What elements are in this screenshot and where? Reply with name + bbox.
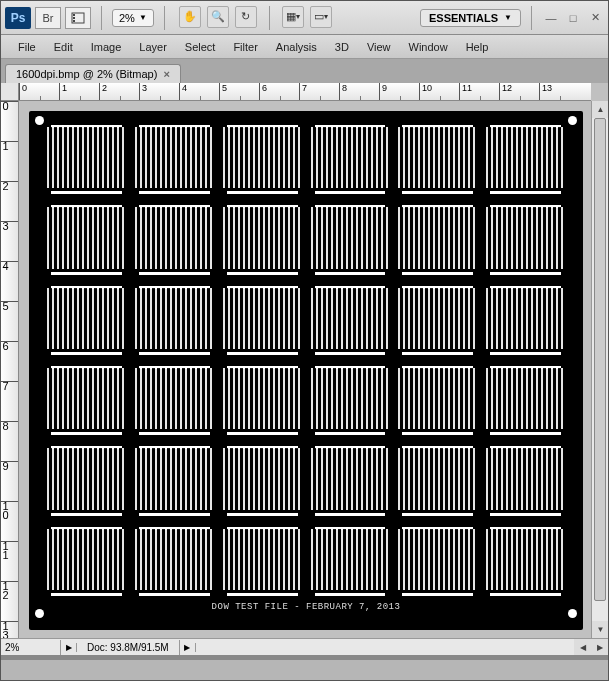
pcb-cell (133, 525, 216, 600)
ruler-tick: 9 (379, 83, 419, 101)
ruler-tick: 12 (1, 581, 19, 621)
ruler-origin[interactable] (1, 83, 19, 101)
fiducial-dot (568, 609, 577, 618)
pcb-cell (221, 525, 304, 600)
scroll-left-icon[interactable]: ◀ (574, 639, 591, 656)
ruler-tick: 10 (419, 83, 459, 101)
menu-3d[interactable]: 3D (326, 37, 358, 57)
pcb-grid (45, 123, 567, 600)
minimize-button[interactable]: — (542, 10, 560, 26)
menu-layer[interactable]: Layer (130, 37, 176, 57)
ruler-tick: 2 (99, 83, 139, 101)
photoshop-icon[interactable]: Ps (5, 7, 31, 29)
pcb-cell (309, 284, 392, 359)
ruler-tick: 1 (59, 83, 99, 101)
pcb-cell (396, 444, 479, 519)
menu-bar: File Edit Image Layer Select Filter Anal… (1, 35, 608, 59)
window-resize-edge[interactable] (1, 655, 608, 660)
pcb-cell (484, 123, 567, 198)
pcb-cell (309, 364, 392, 439)
pcb-cell (309, 203, 392, 278)
pcb-cell (309, 444, 392, 519)
status-zoom-field[interactable]: 2% (1, 640, 61, 655)
status-popup-icon[interactable]: ▶ (180, 643, 196, 652)
zoom-level-dropdown[interactable]: 2% ▼ (112, 9, 154, 27)
pcb-cell (45, 284, 128, 359)
pcb-cell (45, 525, 128, 600)
chevron-down-icon: ▼ (139, 13, 147, 22)
ruler-tick: 7 (1, 381, 19, 421)
workspace-switcher[interactable]: ESSENTIALS ▼ (420, 9, 521, 27)
ruler-tick: 8 (339, 83, 379, 101)
close-button[interactable]: ✕ (586, 10, 604, 26)
pcb-cell (221, 444, 304, 519)
pcb-cell (484, 444, 567, 519)
pcb-cell (484, 203, 567, 278)
ruler-tick: 12 (499, 83, 539, 101)
fiducial-dot (35, 116, 44, 125)
scroll-right-icon[interactable]: ▶ (591, 639, 608, 656)
pcb-cell (221, 284, 304, 359)
pcb-cell (221, 364, 304, 439)
canvas-footer-text: DOW TEST FILE - FEBRUARY 7, 2013 (45, 602, 567, 612)
ruler-tick: 0 (19, 83, 59, 101)
divider (531, 6, 532, 30)
close-tab-icon[interactable]: × (163, 68, 169, 80)
document-tab-bar: 1600dpi.bmp @ 2% (Bitmap) × (1, 59, 608, 83)
vertical-scrollbar[interactable]: ▲ ▼ (591, 101, 608, 638)
canvas: DOW TEST FILE - FEBRUARY 7, 2013 (29, 111, 583, 630)
scroll-up-icon[interactable]: ▲ (592, 101, 609, 118)
status-arrow-icon[interactable]: ▶ (61, 643, 77, 652)
scrollbar-thumb[interactable] (594, 118, 606, 601)
svg-rect-2 (73, 17, 75, 19)
menu-help[interactable]: Help (457, 37, 498, 57)
ruler-tick: 4 (1, 261, 19, 301)
editor-area: 012345678910111213 012345678910111213 DO… (1, 83, 608, 660)
hand-tool-icon[interactable]: ✋ (179, 6, 201, 28)
ruler-tick: 10 (1, 501, 19, 541)
document-tab-label: 1600dpi.bmp @ 2% (Bitmap) (16, 68, 157, 80)
divider (269, 6, 270, 30)
pcb-cell (396, 284, 479, 359)
status-doc-info[interactable]: Doc: 93.8M/91.5M (77, 640, 180, 655)
pcb-cell (309, 525, 392, 600)
pcb-cell (484, 284, 567, 359)
menu-image[interactable]: Image (82, 37, 131, 57)
menu-window[interactable]: Window (400, 37, 457, 57)
menu-edit[interactable]: Edit (45, 37, 82, 57)
document-tab[interactable]: 1600dpi.bmp @ 2% (Bitmap) × (5, 64, 181, 83)
pcb-cell (133, 444, 216, 519)
menu-file[interactable]: File (9, 37, 45, 57)
menu-filter[interactable]: Filter (224, 37, 266, 57)
svg-rect-1 (73, 14, 75, 16)
ruler-tick: 9 (1, 461, 19, 501)
maximize-button[interactable]: □ (564, 10, 582, 26)
minibridge-icon[interactable] (65, 7, 91, 29)
ruler-tick: 7 (299, 83, 339, 101)
ruler-tick: 13 (1, 621, 19, 638)
canvas-viewport[interactable]: DOW TEST FILE - FEBRUARY 7, 2013 (19, 101, 591, 638)
bridge-icon[interactable]: Br (35, 7, 61, 29)
screen-mode-icon[interactable]: ▭▾ (310, 6, 332, 28)
ruler-horizontal[interactable]: 012345678910111213 (19, 83, 591, 101)
pcb-cell (45, 123, 128, 198)
menu-view[interactable]: View (358, 37, 400, 57)
ruler-tick: 1 (1, 141, 19, 181)
rotate-view-icon[interactable]: ↻ (235, 6, 257, 28)
pcb-cell (484, 364, 567, 439)
menu-select[interactable]: Select (176, 37, 225, 57)
status-bar: 2% ▶ Doc: 93.8M/91.5M ▶ ◀ ▶ (1, 638, 608, 655)
titlebar-tools: ✋ 🔍 ↻ ▦▾ ▭▾ (179, 6, 332, 30)
zoom-tool-icon[interactable]: 🔍 (207, 6, 229, 28)
arrange-documents-icon[interactable]: ▦▾ (282, 6, 304, 28)
ruler-tick: 3 (139, 83, 179, 101)
chevron-down-icon: ▼ (504, 13, 512, 22)
ruler-vertical[interactable]: 012345678910111213 (1, 101, 19, 638)
ruler-tick: 5 (219, 83, 259, 101)
ruler-tick: 2 (1, 181, 19, 221)
menu-analysis[interactable]: Analysis (267, 37, 326, 57)
svg-rect-3 (73, 20, 75, 22)
scroll-down-icon[interactable]: ▼ (592, 621, 609, 638)
pcb-cell (45, 444, 128, 519)
pcb-cell (133, 284, 216, 359)
